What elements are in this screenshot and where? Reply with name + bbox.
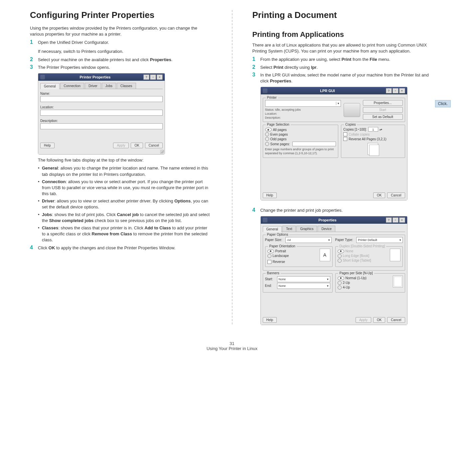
ok-button[interactable]: OK xyxy=(373,192,385,198)
minimize-icon[interactable]: ▫ xyxy=(150,74,156,80)
group-paper-options: Paper Options xyxy=(266,233,290,236)
paper-size-select[interactable]: A4▾ xyxy=(285,237,332,243)
intro-text: Using the properties window provided by … xyxy=(30,25,212,37)
radio-all-pages[interactable]: All pages xyxy=(265,128,336,132)
label-end: End: xyxy=(265,284,276,288)
window-icon xyxy=(263,88,267,93)
cancel-button[interactable]: Cancel xyxy=(387,317,405,323)
bullet-classes: Classes: shows the class that your print… xyxy=(42,225,212,243)
tab-graphics[interactable]: Graphics xyxy=(296,226,317,232)
start-button[interactable]: Start xyxy=(363,107,403,113)
help-button[interactable]: Help xyxy=(263,317,277,323)
label-description: Description: xyxy=(40,119,163,123)
page-number: 31 xyxy=(0,341,464,346)
step-text: Open the Unified Driver Configurator. xyxy=(38,40,212,46)
banner-end-select[interactable]: None▾ xyxy=(277,283,330,289)
step-text: Select Print directly using lpr. xyxy=(260,64,434,70)
tab-driver[interactable]: Driver xyxy=(85,83,101,89)
radio-odd-pages[interactable]: Odd pages xyxy=(265,137,336,141)
minimize-icon[interactable]: ▫ xyxy=(392,217,398,223)
label-paper-size: Paper Size: xyxy=(265,238,282,242)
cancel-button[interactable]: Cancel xyxy=(145,143,163,148)
banner-start-select[interactable]: None▾ xyxy=(277,276,330,282)
description-text: Description: xyxy=(265,116,341,120)
tab-general[interactable]: General xyxy=(40,83,60,89)
right-column: Printing a Document Printing from Applic… xyxy=(252,7,434,328)
step-text: In the LPR GUI window, select the model … xyxy=(260,72,434,84)
screenshot-lpr-gui: LPR GUI ? ▫ × Printer ▾ Status: Idle, ac… xyxy=(260,87,407,200)
window-icon xyxy=(40,75,45,79)
check-reverse[interactable]: Reverse All Pages (3,2,1) xyxy=(343,137,402,141)
copies-input[interactable]: 1 xyxy=(368,127,378,132)
heading-configuring: Configuring Printer Properties xyxy=(30,10,212,20)
radio-landscape[interactable]: Landscape xyxy=(267,254,317,258)
window-icon xyxy=(263,218,267,222)
heading-printing-applications: Printing from Applications xyxy=(252,30,434,39)
close-icon[interactable]: × xyxy=(399,88,405,93)
check-reverse[interactable]: Reverse xyxy=(267,260,317,264)
set-default-button[interactable]: Set as Default xyxy=(363,114,403,120)
printer-select[interactable]: ▾ xyxy=(265,100,341,107)
radio-none: None xyxy=(338,249,387,253)
heading-printing-document: Printing a Document xyxy=(252,10,434,20)
bullet-general: General: allows you to change the printe… xyxy=(42,165,212,177)
step-text: Click OK to apply the changes and close … xyxy=(38,245,212,251)
step-number: 4 xyxy=(30,245,38,251)
label-paper-type: Paper Type: xyxy=(335,238,353,242)
step-number: 2 xyxy=(252,64,260,70)
radio-2up[interactable]: 2-Up xyxy=(338,281,390,285)
help-button[interactable]: Help xyxy=(263,192,277,198)
radio-some-pages[interactable]: Some pages: xyxy=(265,142,336,146)
help-icon[interactable]: ? xyxy=(386,88,392,93)
radio-even-pages[interactable]: Even pages xyxy=(265,132,336,136)
radio-normal-1up[interactable]: Normal (1-Up) xyxy=(338,276,390,280)
tab-connection[interactable]: Connection xyxy=(60,83,84,89)
tab-device[interactable]: Device xyxy=(318,226,335,232)
page-footer: 31 Using Your Printer in Linux xyxy=(0,341,464,361)
apply-button[interactable]: Apply xyxy=(356,317,371,323)
resize-handle[interactable] xyxy=(160,150,164,154)
radio-4up[interactable]: 4-Up xyxy=(338,286,390,290)
screenshot-printer-properties: Printer Properties ? ▫ × General Connect… xyxy=(38,73,165,155)
tab-general[interactable]: General xyxy=(263,226,282,232)
step-number: 3 xyxy=(252,72,260,78)
status-text: Status: Idle, accepting jobs xyxy=(265,108,341,112)
radio-long-edge: Long Edge [Book] xyxy=(338,254,387,258)
location-input[interactable] xyxy=(40,110,163,116)
group-banners: Banners xyxy=(266,271,281,275)
group-orientation: Paper Orientation xyxy=(268,244,297,248)
tab-text[interactable]: Text xyxy=(282,226,296,232)
help-button[interactable]: Help xyxy=(40,143,55,148)
help-icon[interactable]: ? xyxy=(386,217,392,223)
label-name: Name: xyxy=(40,92,163,95)
minimize-icon[interactable]: ▫ xyxy=(392,88,398,93)
orientation-icon: A xyxy=(320,249,330,261)
name-input[interactable] xyxy=(40,96,163,102)
close-icon[interactable]: × xyxy=(399,217,405,223)
screenshot-properties: Properties ? ▫ × General Text Graphics D… xyxy=(260,216,407,325)
bullet-driver: Driver: allows you to view or select ano… xyxy=(42,198,212,210)
close-icon[interactable]: × xyxy=(157,74,163,80)
bullet-jobs: Jobs: shows the list of print jobs. Clic… xyxy=(42,212,212,224)
section-title: Using Your Printer in Linux xyxy=(0,346,464,351)
nup-icon xyxy=(393,276,403,288)
callout-click: Click. xyxy=(435,100,451,107)
help-icon[interactable]: ? xyxy=(143,74,149,80)
description-input[interactable] xyxy=(40,123,163,129)
window-title: Printer Properties xyxy=(47,75,143,79)
copies-label: Copies [1~100]: xyxy=(343,128,367,131)
radio-portrait[interactable]: Portrait xyxy=(267,249,317,253)
bullet-connection: Connection: allows you to view or select… xyxy=(42,179,212,197)
cancel-button[interactable]: Cancel xyxy=(387,192,405,198)
ok-button[interactable]: OK xyxy=(373,317,385,323)
ok-button[interactable]: OK xyxy=(131,143,143,148)
check-collate[interactable]: Collate copies xyxy=(343,132,402,136)
duplex-icon xyxy=(390,249,400,261)
step-number: 1 xyxy=(30,39,38,45)
apply-button[interactable]: Apply xyxy=(113,143,129,148)
paper-type-select[interactable]: Printer Default▾ xyxy=(356,237,402,243)
tab-classes[interactable]: Classes xyxy=(117,83,136,89)
left-column: Configuring Printer Properties Using the… xyxy=(30,7,212,328)
tab-jobs[interactable]: Jobs xyxy=(102,83,116,89)
properties-button[interactable]: Properties... xyxy=(363,100,403,106)
